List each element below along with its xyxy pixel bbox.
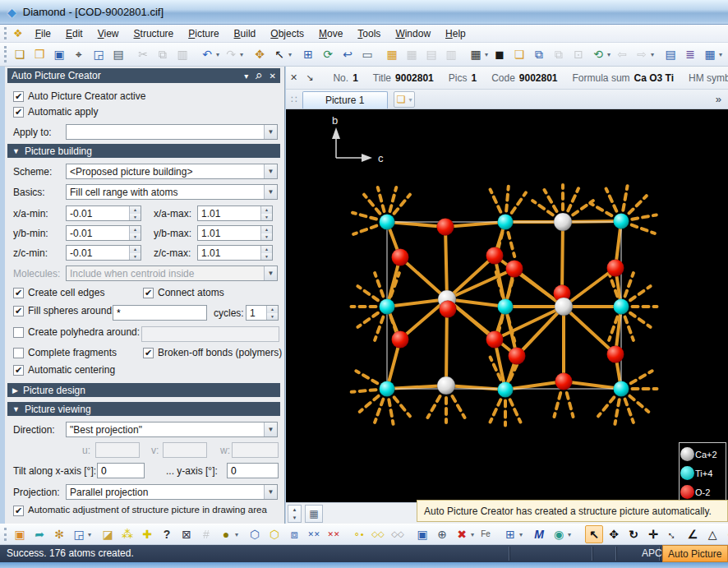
menu-help[interactable]: Help <box>438 26 473 41</box>
chevron-down-icon[interactable]: ▾ <box>519 531 523 538</box>
destroy-red-button[interactable]: ✕✕ <box>325 525 343 543</box>
tab-picture-1[interactable]: Picture 1 <box>302 91 388 109</box>
menu-grip[interactable] <box>4 27 8 39</box>
picture-pager[interactable]: ▲ ▼ <box>288 505 302 523</box>
destroy-blue-button[interactable]: ✕✕ <box>305 525 323 543</box>
chevron-down-icon[interactable]: ▾ <box>719 51 722 58</box>
polyhedra-button[interactable]: ⧈ <box>285 525 303 543</box>
chevron-down-icon[interactable]: ▾ <box>235 531 238 538</box>
print-button[interactable]: ▤ <box>109 45 127 63</box>
fill-cell-range-button[interactable]: ⊠ <box>177 525 196 543</box>
packed-spheres-button[interactable]: ● <box>217 525 235 543</box>
menu-objects[interactable]: Objects <box>263 26 311 41</box>
chevron-down-icon[interactable]: ▾ <box>651 51 654 58</box>
chevron-down-icon[interactable]: ▾ <box>485 51 488 58</box>
basics-combobox[interactable]: Fill cell range with atoms ▼ <box>66 184 278 200</box>
erase-atoms-button[interactable]: ◪ <box>99 525 117 543</box>
menu-window[interactable]: Window <box>388 26 438 41</box>
xa-min-spinner[interactable]: -0.01▲▼ <box>66 205 141 221</box>
table-view-button[interactable]: ▦ <box>383 45 401 63</box>
apply-to-combobox[interactable]: ▼ <box>66 124 278 140</box>
mode-move-button[interactable]: ✥ <box>605 525 623 543</box>
projection-combobox[interactable]: Parallel projection ▼ <box>66 484 278 500</box>
chevron-down-icon[interactable]: ▾ <box>88 531 91 538</box>
save-file-button[interactable]: ▣ <box>50 45 68 63</box>
checkbox-apc-active[interactable]: ✔ Auto Picture Creator active <box>13 90 145 102</box>
new-window-button[interactable]: ▭ <box>358 45 376 63</box>
pin-icon[interactable]: ⚲ <box>253 71 264 81</box>
fill-spheres-input[interactable] <box>113 305 207 321</box>
auto-build-wand-button[interactable]: ✻ <box>50 525 68 543</box>
apply-picture-button[interactable]: ➦ <box>30 525 48 543</box>
checkbox-auto-adjustment[interactable]: ✔Automatic adjustment of structure pictu… <box>13 505 267 516</box>
zc-max-spinner[interactable]: 1.01▲▼ <box>197 245 273 261</box>
pack-fill-range-button[interactable]: ⊞ <box>501 525 519 543</box>
screen-view-button[interactable]: ◼ <box>491 45 509 63</box>
section-picture-design[interactable]: ▶ Picture design <box>7 383 280 397</box>
mode-zoom-button[interactable]: ↔ <box>664 525 682 543</box>
mode-translate-button[interactable]: ✛ <box>644 525 662 543</box>
close-icon[interactable]: ✕ <box>290 72 297 83</box>
atom-unknown-button[interactable]: ? <box>158 525 176 543</box>
find-button[interactable]: ⌖ <box>70 45 88 63</box>
restore-window-button[interactable]: ↩ <box>339 45 357 63</box>
chevron-down-icon[interactable]: ▾ <box>471 531 474 538</box>
preview-report-button[interactable]: ◲ <box>70 525 88 543</box>
toolbar-grip[interactable] <box>4 46 7 62</box>
chevron-down-icon[interactable]: ▼ <box>264 125 277 139</box>
undo-button[interactable]: ↶ <box>198 45 216 63</box>
mode-perspective-button[interactable]: △ <box>703 525 721 543</box>
open-file-button[interactable]: ❒ <box>30 45 48 63</box>
mode-spin-button[interactable]: ⊙ <box>723 525 728 543</box>
chevron-down-icon[interactable]: ▼ <box>264 485 277 499</box>
direction-combobox[interactable]: "Best projection" ▼ <box>66 422 278 437</box>
grid-toggle-button[interactable]: ▦ <box>305 505 323 523</box>
structure-drawing-area[interactable]: bc Ca+2Ti+4O-2 <box>286 109 728 502</box>
add-atoms-button[interactable]: ⁂ <box>118 525 136 543</box>
popout-icon[interactable]: ↘ <box>306 72 313 83</box>
pointer-select-button[interactable]: ↖ <box>270 45 288 63</box>
bonds-yellow-button[interactable]: ◇◇ <box>369 525 387 543</box>
measure-mode-button[interactable]: M <box>530 525 548 543</box>
scheme-combobox[interactable]: <Proposed picture building> ▼ <box>66 164 278 179</box>
section-picture-building[interactable]: ▼ Picture building <box>7 144 280 158</box>
navigation-tree-button[interactable]: ⊞ <box>299 45 317 63</box>
cycles-spinner[interactable]: 1▲▼ <box>246 305 279 321</box>
checkbox-automatic-centering[interactable]: ✔Automatic centering <box>13 364 115 376</box>
table-grid-button[interactable]: ▦ <box>701 45 719 63</box>
add-atom-button[interactable]: ✚ <box>138 525 156 543</box>
pan-hand-button[interactable]: ✥ <box>251 45 269 63</box>
checkbox-connect-atoms[interactable]: ✔Connect atoms <box>143 287 224 298</box>
chevron-down-icon[interactable]: ▾ <box>216 51 219 58</box>
chevron-down-icon[interactable]: ▼ <box>264 164 277 178</box>
angle-measure-button[interactable]: ◺ <box>725 45 728 63</box>
tab-grip[interactable]: ∷ <box>291 94 297 105</box>
tilt-y-input[interactable] <box>227 463 279 478</box>
report-document-button[interactable]: ▤ <box>661 45 680 63</box>
checkbox-fill-spheres[interactable]: ✔Fill spheres around: <box>13 305 114 316</box>
chevron-down-icon[interactable]: ▼ <box>264 423 277 436</box>
print-preview-button[interactable]: ◲ <box>90 45 108 63</box>
mode-rotate-button[interactable]: ↻ <box>624 525 643 543</box>
new-picture-button[interactable]: ❏ <box>510 45 528 63</box>
menu-tools[interactable]: Tools <box>350 26 388 41</box>
render-quality-button[interactable]: ◉ <box>550 525 568 543</box>
properties-list-button[interactable]: ≣ <box>681 45 699 63</box>
data-sheet-button[interactable]: ⟳ <box>319 45 337 63</box>
tab-overflow-chevron[interactable]: » <box>716 93 721 105</box>
create-bond-button[interactable]: ⚬• <box>349 525 367 543</box>
section-picture-viewing[interactable]: ▼ Picture viewing <box>7 402 280 416</box>
chevron-down-icon[interactable]: ▾ <box>240 51 243 58</box>
menu-structure[interactable]: Structure <box>127 26 182 41</box>
menu-move[interactable]: Move <box>311 26 350 41</box>
yb-min-spinner[interactable]: -0.01▲▼ <box>66 225 141 241</box>
checkbox-create-polyhedra[interactable]: Create polyhedra around: <box>13 326 140 338</box>
menu-picture[interactable]: Picture <box>181 26 226 41</box>
panel-close-icon[interactable]: ✕ <box>270 72 276 81</box>
menu-file[interactable]: File <box>28 26 58 41</box>
molecule-blue-button[interactable]: ⬡ <box>246 525 264 543</box>
menu-edit[interactable]: Edit <box>58 26 90 41</box>
mode-angle-button[interactable]: ∠ <box>684 525 702 543</box>
new-document-button[interactable]: ❏ <box>11 45 29 63</box>
bonds-gray-button[interactable]: ◇◇ <box>389 525 407 543</box>
